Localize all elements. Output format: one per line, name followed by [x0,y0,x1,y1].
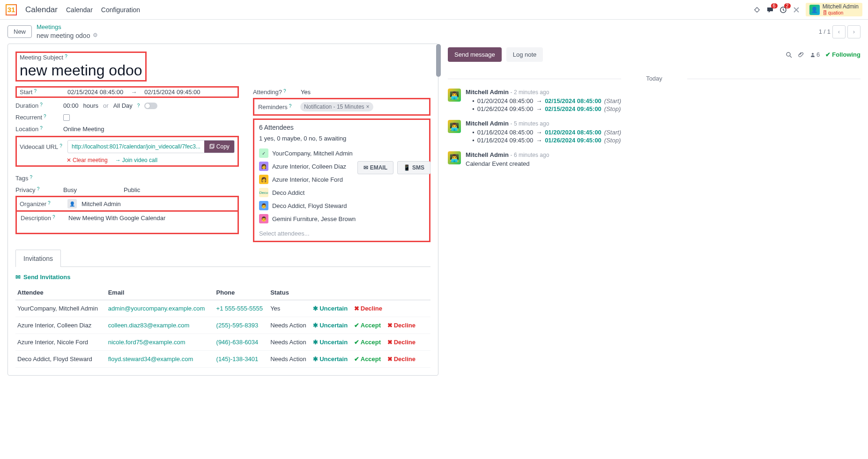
table-row: Deco Addict, Floyd Steward floyd.steward… [15,351,430,368]
wrench-cross-icon[interactable] [793,6,800,14]
phone-link[interactable]: (145)-138-3401 [216,355,259,363]
help-icon[interactable]: ? [52,215,55,220]
uncertain-link[interactable]: ✱Uncertain [313,355,348,363]
uncertain-link[interactable]: ✱Uncertain [313,339,348,346]
new-button[interactable]: New [7,25,32,38]
subject-value[interactable]: new meeting odoo [20,62,142,79]
chat-icon[interactable]: 6 [766,6,774,14]
decline-link[interactable]: ✖Decline [387,355,415,363]
decline-link[interactable]: ✖Decline [354,305,382,312]
uncertain-link[interactable]: ✱Uncertain [313,305,348,312]
breadcrumb-bar: New Meetings new meeting odoo ⚙ 1 / 1 ‹ … [0,20,868,44]
help-icon[interactable]: ? [37,186,40,192]
videocall-url-group: http://localhost:8017/calendar/join_vide… [67,140,235,153]
svg-point-10 [812,53,814,55]
phone-link[interactable]: (255)-595-8393 [216,322,259,329]
email-link[interactable]: nicole.ford75@example.com [108,339,185,346]
nav-calendar[interactable]: Calendar [66,6,93,14]
breadcrumb-parent[interactable]: Meetings [37,23,98,31]
attendee-row[interactable]: 👨Deco Addict, Floyd Steward [259,199,424,212]
following-button[interactable]: ✔Following [825,51,861,58]
log-change: ●01/16/2024 09:45:00→01/26/2024 09:45:00… [472,137,861,144]
privacy-busy[interactable]: Busy [63,186,77,193]
attendee-row[interactable]: DecoDeco Addict [259,186,424,199]
gear-icon[interactable]: ⚙ [93,32,98,39]
duration-value[interactable]: 00:00 [63,102,79,109]
help-icon[interactable]: ? [44,114,46,119]
help-icon[interactable]: ? [289,104,292,109]
attendees-placeholder[interactable]: Select attendees... [259,230,424,237]
search-icon[interactable] [786,52,792,58]
attendee-row[interactable]: ✓YourCompany, Mitchell Admin [259,147,424,160]
chat-badge: 6 [771,3,778,8]
clear-meeting-link[interactable]: ✕Clear meeting [67,157,108,163]
help-icon[interactable]: ? [283,89,286,94]
scroll-thumb[interactable] [436,44,441,77]
decline-link[interactable]: ✖Decline [387,322,415,329]
accept-link[interactable]: ✔Accept [354,355,381,363]
email-link[interactable]: floyd.steward34@example.com [108,355,193,363]
accept-link[interactable]: ✔Accept [354,322,381,329]
phone-link[interactable]: +1 555-555-5555 [216,305,263,312]
attendee-row[interactable]: 👩Azure Interior, Nicole Ford [259,173,424,186]
start-label: Start? [20,89,63,96]
attendee-row[interactable]: 👨Gemini Furniture, Jesse Brown [259,212,424,225]
paperclip-icon[interactable] [798,52,804,58]
end-value[interactable]: 02/15/2024 09:45:00 [144,89,200,96]
tabs: Invitations [15,250,430,267]
email-link[interactable]: admin@yourcompany.example.com [108,305,205,312]
help-icon[interactable]: ? [48,200,51,206]
nav-configuration[interactable]: Configuration [101,6,140,14]
avatar [448,89,461,102]
email-link[interactable]: colleen.diaz83@example.com [108,322,190,329]
clock-icon[interactable]: 2 [779,6,787,14]
sms-button[interactable]: 📱SMS [397,161,430,174]
send-invitations-link[interactable]: ✉ Send Invitations [15,274,430,281]
user-info: Mitchell Admin 🗄 quation [823,4,859,15]
phone-link[interactable]: (946)-638-6034 [216,339,259,346]
reminders-label: Reminders? [258,104,296,111]
copy-button[interactable]: Copy [204,141,234,153]
recurrent-checkbox[interactable] [63,114,70,121]
uncertain-link[interactable]: ✱Uncertain [313,322,348,329]
form-panel: Meeting Subject? new meeting odoo Start?… [7,44,438,376]
log-note-button[interactable]: Log note [506,47,543,62]
remove-tag-icon[interactable]: × [366,104,370,110]
help-icon[interactable]: ? [30,175,32,180]
location-value[interactable]: Online Meeting [63,126,104,133]
log-change: ●01/20/2024 08:45:00→02/15/2024 08:45:00… [472,97,861,104]
help-icon[interactable]: ? [59,143,62,148]
scrollbar[interactable] [436,44,441,375]
log-change: ●01/26/2024 09:45:00→02/15/2024 09:45:00… [472,105,861,112]
tab-invitations[interactable]: Invitations [15,250,61,267]
arrow-right-icon: → [131,89,137,96]
help-icon[interactable]: ? [137,103,140,108]
help-icon[interactable]: ? [40,102,43,107]
breadcrumb-current: new meeting odoo ⚙ [37,31,98,40]
log-change: ●01/16/2024 08:45:00→01/20/2024 08:45:00… [472,129,861,136]
pager-next[interactable]: › [847,25,861,38]
pager-count: 1 / 1 [819,28,831,35]
decline-link[interactable]: ✖Decline [387,339,415,346]
bug-icon[interactable] [753,6,761,14]
email-button[interactable]: ✉EMAIL [357,161,393,174]
organizer-value[interactable]: Mitchell Admin [82,200,121,207]
clock-badge: 2 [784,3,791,8]
help-icon[interactable]: ? [65,54,67,59]
send-message-button[interactable]: Send message [448,47,502,62]
reminder-tag[interactable]: Notification - 15 Minutes× [300,102,373,111]
followers-count[interactable]: 6 [810,51,820,58]
join-video-link[interactable]: →Join video call [115,157,157,163]
videocall-input[interactable]: http://localhost:8017/calendar/join_vide… [68,141,204,153]
start-value[interactable]: 02/15/2024 08:45:00 [67,89,123,96]
allday-toggle[interactable] [144,103,157,109]
organizer-label: Organizer? [20,200,63,207]
description-value[interactable]: New Meeting With Google Calendar [68,215,165,222]
help-icon[interactable]: ? [34,89,37,94]
help-icon[interactable]: ? [40,126,43,131]
user-menu[interactable]: 👤 Mitchell Admin 🗄 quation [806,3,862,16]
privacy-public[interactable]: Public [124,186,140,193]
accept-link[interactable]: ✔Accept [354,339,381,346]
pager-prev[interactable]: ‹ [832,25,846,38]
today-separator: Today [448,75,861,82]
